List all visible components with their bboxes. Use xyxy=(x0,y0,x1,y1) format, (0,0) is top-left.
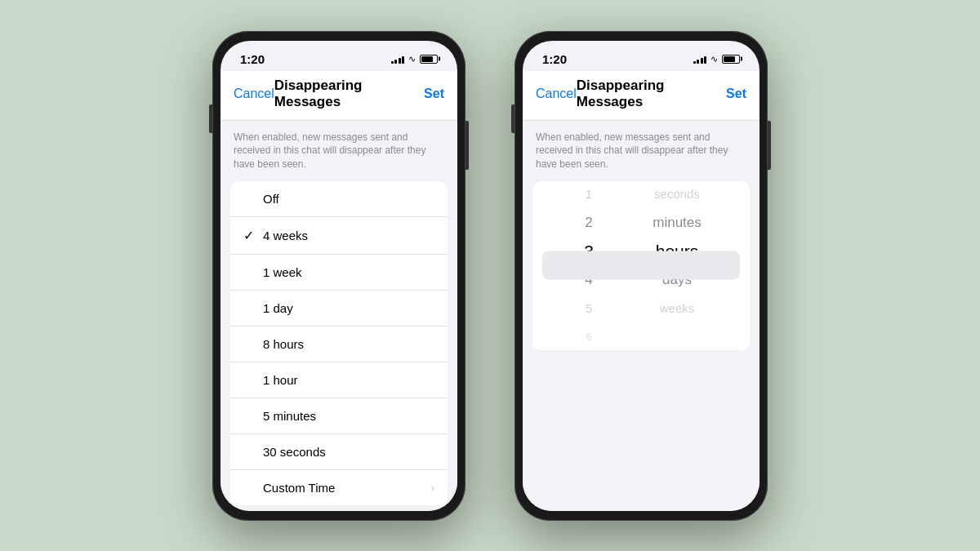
status-icons-2: ∿ xyxy=(693,54,741,64)
picker-container[interactable]: 1 2 3 4 5 6 seconds minutes hours days w… xyxy=(532,181,750,350)
description-1: When enabled, new messages sent and rece… xyxy=(220,121,457,181)
signal-bar-8 xyxy=(704,56,706,64)
label-1week: 1 week xyxy=(263,265,434,279)
option-custom[interactable]: Custom Time › xyxy=(230,470,448,505)
option-off[interactable]: Off xyxy=(230,181,448,217)
set-button-1[interactable]: Set xyxy=(424,87,444,101)
wifi-icon-2: ∿ xyxy=(710,54,718,64)
wifi-icon-1: ∿ xyxy=(408,54,416,64)
nav-bar-1: Cancel Disappearing Messages Set xyxy=(220,71,457,121)
label-5minutes: 5 minutes xyxy=(263,409,434,423)
options-list: Off ✓ 4 weeks 1 week 1 day 8 hours xyxy=(230,181,448,505)
cancel-button-1[interactable]: Cancel xyxy=(234,87,274,101)
picker-units-column[interactable]: seconds minutes hours days weeks xyxy=(625,181,723,350)
status-time-2: 1:20 xyxy=(542,52,567,66)
picker-unit-6[interactable] xyxy=(631,322,723,350)
label-4weeks: 4 weeks xyxy=(263,229,434,242)
status-bar-2: 1:20 ∿ xyxy=(523,41,760,71)
signal-bar-7 xyxy=(701,58,703,64)
label-custom: Custom Time xyxy=(263,481,431,495)
phone-picker: 1:20 ∿ Cancel Disappearing Messages Se xyxy=(514,31,768,521)
label-off: Off xyxy=(263,192,434,206)
picker-num-1[interactable]: 1 xyxy=(559,181,618,209)
option-8hours[interactable]: 8 hours xyxy=(230,327,448,362)
signal-icon-2 xyxy=(693,55,707,64)
signal-bar-4 xyxy=(402,56,404,64)
chevron-custom: › xyxy=(431,482,434,494)
status-icons-1: ∿ xyxy=(391,54,439,64)
label-8hours: 8 hours xyxy=(263,337,434,351)
nav-title-2: Disappearing Messages xyxy=(577,78,726,110)
signal-bar-3 xyxy=(399,58,401,64)
label-1hour: 1 hour xyxy=(263,373,434,387)
screen-content-1: Cancel Disappearing Messages Set When en… xyxy=(220,71,457,511)
signal-bar-2 xyxy=(394,60,397,64)
check-4weeks: ✓ xyxy=(243,228,261,243)
cancel-button-2[interactable]: Cancel xyxy=(536,87,577,101)
picker-num-5[interactable]: 5 xyxy=(559,294,618,322)
option-1day[interactable]: 1 day xyxy=(230,291,448,327)
status-bar-1: 1:20 ∿ xyxy=(220,41,457,71)
picker-unit-minutes[interactable]: minutes xyxy=(631,208,723,237)
battery-fill-2 xyxy=(724,56,735,62)
description-2: When enabled, new messages sent and rece… xyxy=(523,121,760,181)
label-30seconds: 30 seconds xyxy=(263,445,434,459)
picker-unit-seconds[interactable]: seconds xyxy=(631,181,723,209)
label-1day: 1 day xyxy=(263,301,434,315)
picker-num-6[interactable]: 6 xyxy=(559,322,618,350)
option-1hour[interactable]: 1 hour xyxy=(230,362,448,398)
picker-unit-hours[interactable]: hours xyxy=(631,237,723,265)
signal-bar-6 xyxy=(697,60,699,64)
battery-fill-1 xyxy=(421,56,433,62)
phone-screen-1: 1:20 ∿ Cancel Disappearing Messages Se xyxy=(220,41,457,511)
picker-num-4[interactable]: 4 xyxy=(559,265,618,294)
picker-num-3[interactable]: 3 xyxy=(559,237,618,265)
option-30seconds[interactable]: 30 seconds xyxy=(230,434,448,470)
phone-list: 1:20 ∿ Cancel Disappearing Messages Se xyxy=(212,31,466,521)
phone-screen-2: 1:20 ∿ Cancel Disappearing Messages Se xyxy=(523,41,760,511)
option-4weeks[interactable]: ✓ 4 weeks xyxy=(230,217,448,255)
status-time-1: 1:20 xyxy=(240,52,265,66)
signal-bar-5 xyxy=(693,61,696,64)
picker-num-2[interactable]: 2 xyxy=(559,208,618,237)
option-1week[interactable]: 1 week xyxy=(230,255,448,291)
signal-icon-1 xyxy=(391,55,405,64)
option-5minutes[interactable]: 5 minutes xyxy=(230,398,448,434)
picker-numbers-column[interactable]: 1 2 3 4 5 6 xyxy=(559,181,625,350)
set-button-2[interactable]: Set xyxy=(726,87,746,101)
nav-bar-2: Cancel Disappearing Messages Set xyxy=(523,71,760,121)
nav-title-1: Disappearing Messages xyxy=(274,78,424,110)
signal-bar-1 xyxy=(391,61,394,64)
battery-icon-1 xyxy=(420,55,438,64)
picker-unit-days[interactable]: days xyxy=(631,265,723,294)
screen-content-2: Cancel Disappearing Messages Set When en… xyxy=(523,71,760,511)
battery-icon-2 xyxy=(722,55,740,64)
picker-unit-weeks[interactable]: weeks xyxy=(631,294,723,322)
picker-wheel[interactable]: 1 2 3 4 5 6 seconds minutes hours days w… xyxy=(532,194,750,337)
